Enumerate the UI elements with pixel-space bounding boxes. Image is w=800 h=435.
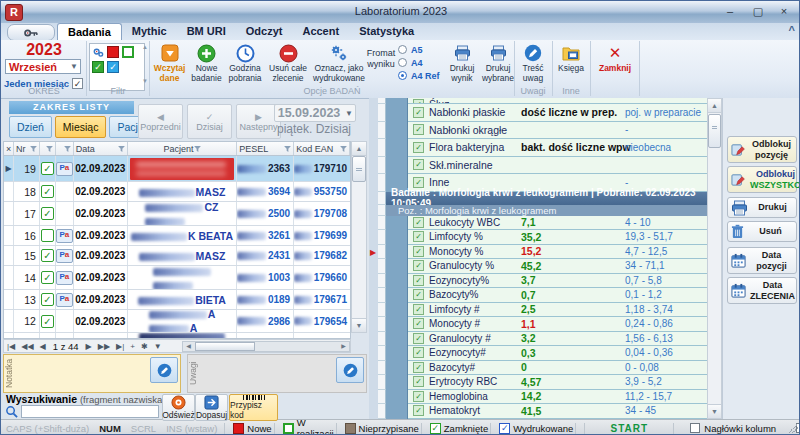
scroll-left-icon[interactable]: ◀ [183,342,194,351]
format-option-a4-ref[interactable]: A4 Ref [398,69,444,82]
nav-last-icon[interactable]: ▶| [113,342,127,351]
note-panel[interactable]: Notatka [3,354,181,393]
format-option-a4[interactable]: A4 [398,56,444,69]
horizontal-scrollbar[interactable]: ◀ ▶ [182,341,350,352]
scrollbar-thumb[interactable] [708,114,721,148]
nav-button-dzisiaj[interactable]: ✓Dzisiaj [187,104,232,139]
od-wie-button[interactable]: Odśwież [162,394,195,421]
filter-funnel-icon[interactable] [284,146,291,152]
panel-splitter[interactable]: ▶ [369,98,378,419]
row-selector-cell[interactable] [378,216,386,231]
table-scrollbar[interactable]: ▲ ▼ [351,141,367,333]
app-menu-button[interactable] [7,24,55,41]
row-selector-cell[interactable] [378,332,386,347]
start-indicator[interactable]: START [584,423,674,434]
ribbon-collapse-icon[interactable]: ^ [789,24,795,36]
nav-nextpage-icon[interactable]: ▶▶ [95,342,113,351]
table-row[interactable]: 14✓Pa02.09.20231003179660 [4,266,350,290]
row-selector-cell[interactable] [378,157,386,175]
tresc-uwag-button[interactable]: Treśćuwag [517,42,549,92]
toggle-nag-wki-kolumn[interactable]: Nagłówki kolumn [690,423,776,434]
format-option-a5[interactable]: A5 [398,43,444,56]
minimize-button[interactable]: – [717,4,743,19]
edit-note-button[interactable] [150,357,178,383]
ribbon-button-usu-ca-e-zlecenie[interactable]: Usuń całezlecenie [267,42,309,92]
remarks-panel[interactable]: Uwagi [187,354,367,393]
usu-button[interactable]: Usuń [727,221,797,242]
filter-printed-swatch[interactable]: ✓ [107,61,119,73]
tab-accent[interactable]: Accent [292,23,349,40]
ribbon-button-drukuj-wybrane[interactable]: Drukujwybrane [480,42,516,92]
filter-funnel-icon[interactable] [30,146,37,152]
row-selector-cell[interactable] [378,122,386,140]
result-row-eozynocyty[interactable]: ✓Eozynocyty%3,70,7 - 5,8 [378,274,707,289]
column-header-kod-ean[interactable]: Kod EAN [294,142,350,155]
result-row-sk-mineralne[interactable]: ✓Skł.mineralne [378,157,707,175]
result-row-limfocyty[interactable]: ✓Limfocyty #2,51,18 - 3,74 [378,303,707,318]
tab-odczyt[interactable]: Odczyt [236,23,293,40]
row-selector-cell[interactable] [378,245,386,260]
table-row[interactable]: ▶19✓Pa02.09.20232363179710 [4,156,350,182]
resize-grip[interactable] [788,423,798,433]
nav-prev-icon[interactable]: ◀ [37,342,49,351]
hscrollbar-thumb[interactable] [195,342,255,351]
przypisz-kod-button[interactable]: Przypisz kod [229,394,278,421]
result-row-monocyty[interactable]: ✓Monocyty %15,24,7 - 12,5 [378,245,707,260]
nav-filter-icon[interactable]: ▼ [151,342,165,351]
result-row-erytrocyty-rbc[interactable]: ✓Erytrocyty RBC4,573,9 - 5,2 [378,375,707,390]
scroll-up-icon[interactable]: ▲ [352,142,366,156]
filter-new-swatch[interactable] [107,46,119,58]
row-selector-cell[interactable] [378,404,386,419]
zamknij-button[interactable]: ✕ Zamknij [595,42,635,92]
result-row-monocyty[interactable]: ✓Monocyty #1,10,24 - 0,86 [378,317,707,332]
dopasuj-button[interactable]: Dopasuj [195,394,228,421]
result-row-limfocyty[interactable]: ✓Limfocyty %35,219,3 - 51,7 [378,230,707,245]
filter-funnel-icon[interactable] [64,146,71,152]
checkbox-icon[interactable]: ✓ [41,162,54,175]
row-selector-cell[interactable] [378,104,386,122]
table-row[interactable]: 15✓Pa02.09.2023MASZ2431179682 [4,246,350,266]
nav-prevpage-icon[interactable]: ◀◀ [18,342,36,351]
drukuj-button[interactable]: Drukuj [727,197,797,218]
result-row-leukocyty-wbc[interactable]: ✓Leukocyty WBC7,14 - 10 [378,216,707,231]
checkbox-icon[interactable]: ✓ [41,207,54,220]
ribbon-button-wczytaj-dane[interactable]: Wczytajdane [151,42,188,92]
checkbox-icon[interactable] [41,229,54,242]
nav-next-icon[interactable]: ▶ [83,342,95,351]
column-header-data[interactable]: Data [74,142,128,155]
checkbox-icon[interactable]: ✓ [41,271,54,284]
result-row-nab-onki-okr-g-e[interactable]: ✓Nabłonki okrągłe- [378,122,707,140]
search-input[interactable] [21,405,159,418]
checkbox-icon[interactable]: ✓ [41,293,54,306]
filter-inprogress-swatch[interactable] [122,46,134,58]
row-selector-cell[interactable] [378,361,386,376]
scroll-right-icon[interactable]: ▶ [338,342,349,351]
filter-funnel-icon[interactable] [340,146,347,152]
filter-closed-swatch[interactable]: ✓ [92,61,104,73]
row-selector-cell[interactable] [378,288,386,303]
column-header-pacjent[interactable]: Pacjent [128,142,238,155]
column-header-flag3[interactable] [56,142,74,155]
result-row-flora-bakteryjna[interactable]: ✓Flora bakteryjnabakt. dość liczne wpwni… [378,139,707,157]
result-row-granulocyty[interactable]: ✓Granulocyty %45,234 - 71,1 [378,259,707,274]
scroll-down-icon[interactable]: ▼ [708,404,721,418]
checkbox-icon[interactable]: ✓ [41,185,54,198]
row-selector-cell[interactable] [378,303,386,318]
row-selector-cell[interactable] [378,346,386,361]
checkbox-icon[interactable]: ✓ [41,249,54,262]
row-selector-cell[interactable] [378,230,386,245]
nav-button-poprzedni[interactable]: ◀Poprzedni [138,104,183,139]
range-button-miesi-c[interactable]: Miesiąc [55,116,107,138]
ribbon-button-godzina-pobrania[interactable]: Godzinapobrania [225,42,265,92]
table-row[interactable]: 18✓02.09.2023MASZ3694953750 [4,182,350,202]
result-row-nab-onki-p-askie[interactable]: ✓Nabłonki płaskiedość liczne w prep.poj.… [378,104,707,122]
range-button-dzie[interactable]: Dzień [9,116,52,138]
tab-statystyka[interactable]: Statystyka [349,23,424,40]
row-selector-cell[interactable] [378,390,386,405]
odblokuj-pozycj-button[interactable]: Odblokujpozycję [727,136,797,163]
ribbon-button-oznacz-jako-wydrukowane[interactable]: Oznacz, jakowydrukowane [311,42,367,92]
nav-edit-icon[interactable]: ✱ [138,342,151,351]
nav-add-icon[interactable]: + [127,342,138,351]
result-row-hemoglobina[interactable]: ✓Hemoglobina14,211,2 - 15,7 [378,390,707,405]
close-window-button[interactable]: × [771,4,797,19]
